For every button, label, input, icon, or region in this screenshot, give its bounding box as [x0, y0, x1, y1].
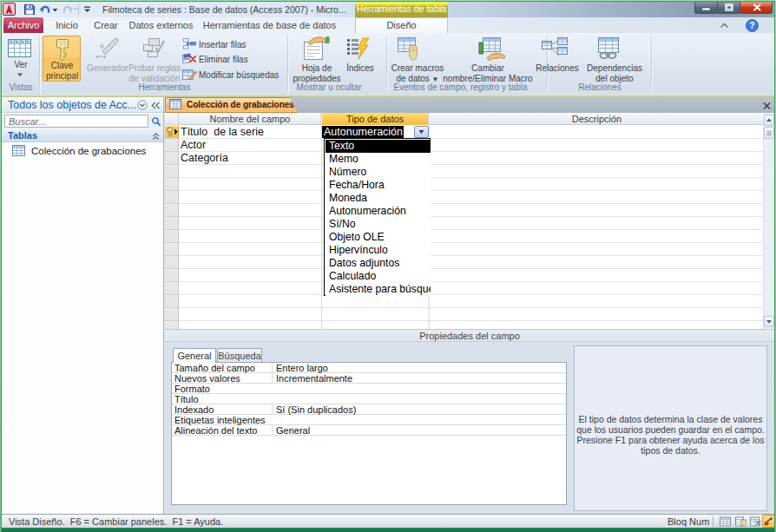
svg-text:?: ?: [749, 20, 754, 30]
